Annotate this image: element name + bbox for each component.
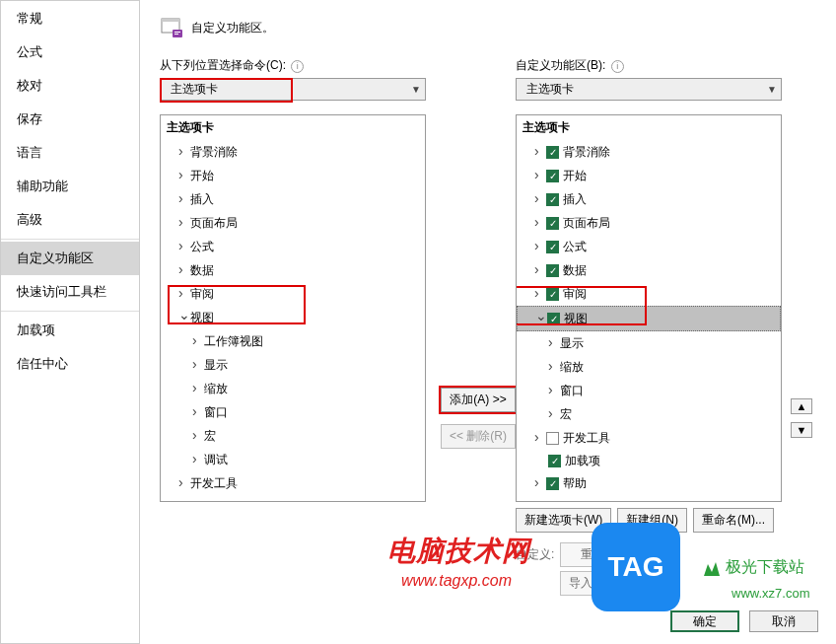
- customize-ribbon-label: 自定义功能区(B):: [516, 58, 605, 72]
- checkbox-icon[interactable]: [548, 455, 561, 467]
- tree-item: 页面布局: [517, 211, 781, 235]
- tree-item-view-selected: 视图: [517, 306, 781, 331]
- tree-item: 显示: [517, 331, 781, 355]
- tree-header: 主选项卡: [517, 115, 781, 140]
- checkbox-icon[interactable]: [546, 288, 559, 301]
- tree-item: 插入: [161, 187, 425, 211]
- tree-item: 调试: [161, 448, 425, 471]
- ribbon-icon: [160, 16, 183, 39]
- checkbox-icon[interactable]: [546, 193, 559, 206]
- info-icon[interactable]: i: [611, 60, 624, 73]
- info-icon[interactable]: i: [291, 60, 304, 73]
- sidebar-item-general[interactable]: 常规: [1, 2, 139, 36]
- commands-tree[interactable]: 主选项卡 背景消除 开始 插入 页面布局 公式 数据 审阅 视图 工作簿视图 显…: [160, 114, 426, 502]
- tree-item: 开始: [161, 164, 425, 187]
- sidebar-item-trust[interactable]: 信任中心: [1, 347, 139, 381]
- tag-badge: TAG: [592, 523, 680, 611]
- checkbox-icon[interactable]: [546, 170, 559, 182]
- svg-rect-3: [174, 32, 180, 33]
- tree-item-workbook-views: 工作簿视图: [161, 329, 425, 353]
- tree-item: 帮助: [161, 495, 425, 502]
- chevron-down-icon: ▼: [411, 84, 421, 95]
- svg-rect-4: [174, 34, 178, 35]
- aurora-icon: [702, 558, 722, 578]
- watermark-text: 电脑技术网: [387, 533, 530, 570]
- tree-item: 页面布局: [161, 211, 425, 235]
- tree-item: 窗口: [161, 400, 425, 424]
- sidebar-item-language[interactable]: 语言: [1, 136, 139, 170]
- sidebar: 常规 公式 校对 保存 语言 辅助功能 高级 自定义功能区 快速访问工具栏 加载…: [0, 0, 140, 644]
- tree-item: 加载项: [517, 450, 781, 471]
- tree-item: 宏: [161, 424, 425, 448]
- checkbox-icon[interactable]: [546, 241, 559, 253]
- choose-commands-combo[interactable]: 主选项卡 ▼: [160, 78, 426, 101]
- sidebar-item-addins[interactable]: 加载项: [1, 314, 139, 347]
- tree-item: 帮助: [517, 471, 781, 495]
- tree-item: 开发工具: [161, 471, 425, 495]
- tree-item: 开发工具: [517, 426, 781, 450]
- tree-item-view: 视图: [161, 306, 425, 329]
- remove-button[interactable]: << 删除(R): [441, 424, 516, 449]
- transfer-buttons: 添加(A) >> << 删除(R): [441, 57, 516, 596]
- sidebar-item-save[interactable]: 保存: [1, 103, 139, 136]
- chevron-down-icon: ▼: [767, 84, 777, 95]
- sidebar-item-proofing[interactable]: 校对: [1, 69, 139, 103]
- sidebar-item-customize-ribbon[interactable]: 自定义功能区: [1, 242, 139, 275]
- tree-item: 公式: [517, 235, 781, 258]
- tree-item: 数据: [161, 258, 425, 282]
- tree-item: 开始: [517, 164, 781, 187]
- rename-button[interactable]: 重命名(M)...: [693, 508, 774, 533]
- watermark-url: www.tagxp.com: [401, 572, 512, 590]
- combo-value: 主选项卡: [526, 81, 574, 98]
- sidebar-item-formulas[interactable]: 公式: [1, 36, 139, 69]
- tree-item: 审阅: [517, 282, 781, 306]
- divider: [1, 311, 139, 312]
- sidebar-item-qat[interactable]: 快速访问工具栏: [1, 275, 139, 309]
- commands-column: 从下列位置选择命令(C): i 主选项卡 ▼ 主选项卡 背景消除 开始 插入 页…: [160, 57, 441, 596]
- tree-item: 缩放: [517, 355, 781, 379]
- svg-rect-1: [162, 19, 179, 22]
- ribbon-column: 自定义功能区(B): i 主选项卡 ▼ 主选项卡 背景消除 开始 插入 页面布局…: [516, 57, 787, 596]
- tree-item: 窗口: [517, 379, 781, 402]
- tree-header: 主选项卡: [161, 115, 425, 140]
- tree-item: 缩放: [161, 377, 425, 400]
- tree-item: 显示: [161, 353, 425, 377]
- checkbox-icon[interactable]: [546, 501, 559, 503]
- tree-item: 背景消除: [161, 140, 425, 164]
- tree-item: PDF工具集: [517, 495, 781, 502]
- sidebar-item-accessibility[interactable]: 辅助功能: [1, 170, 139, 203]
- combo-value: 主选项卡: [171, 81, 218, 98]
- checkbox-icon[interactable]: [546, 264, 559, 277]
- move-down-button[interactable]: ▼: [791, 422, 812, 438]
- checkbox-icon[interactable]: [546, 477, 559, 490]
- divider: [1, 239, 139, 240]
- reorder-buttons: ▲ ▼: [787, 57, 816, 596]
- add-button[interactable]: 添加(A) >>: [441, 388, 515, 412]
- checkbox-icon[interactable]: [546, 432, 559, 445]
- cancel-button[interactable]: 取消: [749, 610, 818, 632]
- page-title: 自定义功能区。: [191, 20, 274, 36]
- checkbox-icon[interactable]: [546, 217, 559, 230]
- sidebar-item-advanced[interactable]: 高级: [1, 203, 139, 237]
- tree-item: 背景消除: [517, 140, 781, 164]
- tree-item: 宏: [517, 402, 781, 426]
- tree-item: 审阅: [161, 282, 425, 306]
- ribbon-tree[interactable]: 主选项卡 背景消除 开始 插入 页面布局 公式 数据 审阅 视图 显示 缩放 窗…: [516, 114, 782, 502]
- customize-ribbon-combo[interactable]: 主选项卡 ▼: [516, 78, 782, 101]
- tree-item: 插入: [517, 187, 781, 211]
- checkbox-icon[interactable]: [546, 146, 559, 159]
- jiguang-url: www.xz7.com: [732, 586, 809, 601]
- tree-item: 数据: [517, 258, 781, 282]
- choose-commands-label: 从下列位置选择命令(C):: [160, 58, 286, 72]
- move-up-button[interactable]: ▲: [791, 398, 812, 414]
- ok-button[interactable]: 确定: [670, 610, 739, 632]
- jiguang-watermark: 极光下载站: [702, 557, 804, 578]
- checkbox-icon[interactable]: [547, 313, 560, 325]
- tree-item: 公式: [161, 235, 425, 258]
